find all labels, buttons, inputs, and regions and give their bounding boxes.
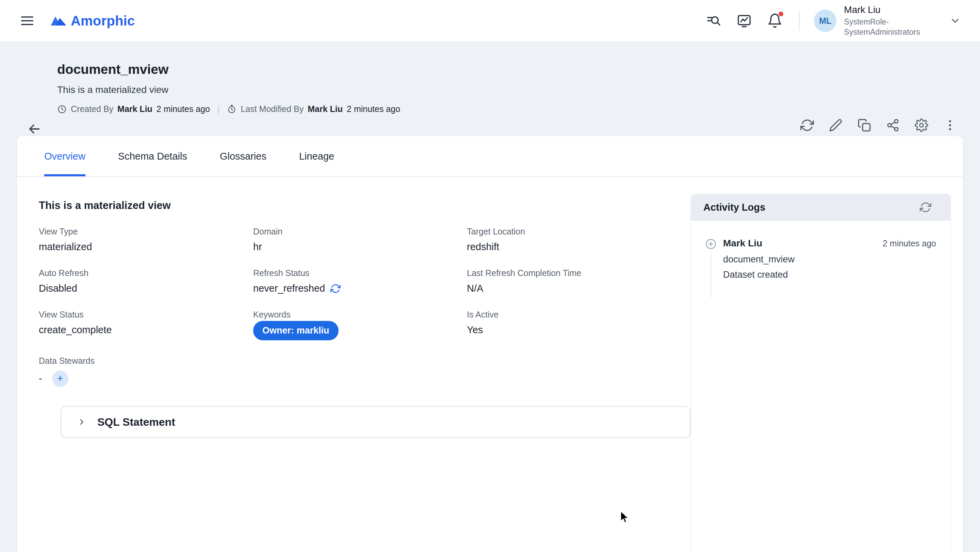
field-domain: Domain hr bbox=[253, 227, 467, 253]
top-navbar: Amorphic ML Mark Liu SystemRole- SystemA… bbox=[0, 0, 980, 41]
tab-schema-details[interactable]: Schema Details bbox=[118, 136, 187, 176]
logo-text: Amorphic bbox=[71, 13, 135, 29]
tab-overview[interactable]: Overview bbox=[44, 136, 86, 176]
settings-gear-icon[interactable] bbox=[915, 118, 928, 132]
keyword-pill: Owner: markliu bbox=[253, 321, 339, 340]
copy-icon[interactable] bbox=[858, 118, 871, 132]
sql-statement-label: SQL Statement bbox=[97, 416, 175, 428]
activity-logs-header: Activity Logs bbox=[691, 194, 950, 221]
field-is-active: Is Active Yes bbox=[467, 310, 669, 340]
field-target-location: Target Location redshift bbox=[467, 227, 669, 253]
activity-refresh-icon[interactable] bbox=[920, 202, 931, 213]
user-name: Mark Liu bbox=[844, 5, 920, 15]
app-root: Amorphic ML Mark Liu SystemRole- SystemA… bbox=[0, 0, 980, 129]
created-by-name: Mark Liu bbox=[118, 104, 153, 114]
field-view-status: View Status create_complete bbox=[39, 310, 253, 340]
activity-action: Dataset created bbox=[723, 270, 936, 280]
modified-by-label: Last Modified By bbox=[240, 104, 304, 114]
created-by-label: Created By bbox=[71, 104, 113, 114]
user-role: SystemRole- SystemAdministrators bbox=[844, 17, 920, 37]
timeline-line bbox=[711, 254, 711, 298]
dataset-description: This is a materialized view bbox=[39, 199, 687, 212]
navbar-divider bbox=[799, 11, 800, 31]
meta-separator: | bbox=[218, 104, 220, 114]
activity-time: 2 minutes ago bbox=[883, 239, 936, 248]
refresh-icon[interactable] bbox=[800, 118, 814, 132]
activity-object: document_mview bbox=[723, 254, 936, 265]
field-data-stewards: Data Stewards - + bbox=[39, 356, 669, 386]
add-steward-button[interactable]: + bbox=[52, 371, 68, 386]
refresh-status-icon[interactable] bbox=[331, 283, 340, 294]
field-grid: View Type materialized Domain hr Target … bbox=[39, 227, 687, 386]
created-by-time: 2 minutes ago bbox=[156, 104, 210, 114]
kebab-menu-icon[interactable] bbox=[943, 118, 957, 132]
back-arrow-icon[interactable] bbox=[27, 121, 42, 137]
modified-by-time: 2 minutes ago bbox=[347, 104, 400, 114]
edit-pencil-icon[interactable] bbox=[829, 118, 843, 132]
user-text: Mark Liu SystemRole- SystemAdministrator… bbox=[844, 5, 920, 37]
tab-glossaries[interactable]: Glossaries bbox=[220, 136, 266, 176]
page-subtitle: This is a materialized view bbox=[57, 84, 949, 95]
amorphic-logo[interactable]: Amorphic bbox=[50, 13, 135, 29]
header-actions bbox=[800, 118, 957, 132]
page-title: document_mview bbox=[57, 62, 949, 77]
avatar: ML bbox=[814, 10, 837, 32]
field-last-refresh-completion: Last Refresh Completion Time N/A bbox=[467, 268, 669, 294]
field-view-type: View Type materialized bbox=[39, 227, 253, 253]
stopwatch-icon bbox=[227, 105, 237, 114]
metrics-monitor-icon[interactable] bbox=[737, 13, 752, 29]
plus-circle-icon bbox=[705, 238, 717, 250]
logo-mark-icon bbox=[50, 14, 67, 27]
overview-content: This is a materialized view View Type ma… bbox=[17, 177, 963, 552]
menu-icon[interactable] bbox=[20, 13, 35, 28]
activity-timeline bbox=[702, 238, 720, 298]
tab-bar: Overview Schema Details Glossaries Linea… bbox=[17, 136, 963, 177]
activity-logs-panel: Activity Logs Mark Liu bbox=[690, 194, 951, 552]
activity-log-entry: Mark Liu 2 minutes ago document_mview Da… bbox=[691, 221, 950, 298]
field-auto-refresh: Auto Refresh Disabled bbox=[39, 268, 253, 294]
tab-lineage[interactable]: Lineage bbox=[299, 136, 334, 176]
activity-logs-title: Activity Logs bbox=[703, 202, 765, 213]
meta-row: Created By Mark Liu 2 minutes ago | Last… bbox=[57, 104, 949, 114]
share-icon[interactable] bbox=[886, 118, 900, 132]
clock-icon bbox=[57, 105, 67, 114]
user-menu[interactable]: ML Mark Liu SystemRole- SystemAdministra… bbox=[814, 5, 961, 37]
page-header: document_mview This is a materialized vi… bbox=[0, 41, 980, 129]
chevron-down-icon[interactable] bbox=[950, 15, 961, 27]
advanced-search-icon[interactable] bbox=[706, 13, 721, 29]
chevron-right-icon bbox=[77, 417, 86, 427]
overview-left-pane: This is a materialized view View Type ma… bbox=[17, 177, 687, 438]
field-refresh-status: Refresh Status never_refreshed bbox=[253, 268, 467, 294]
notifications-bell-icon[interactable] bbox=[767, 13, 783, 29]
activity-user: Mark Liu bbox=[723, 238, 762, 249]
sql-statement-panel[interactable]: SQL Statement bbox=[60, 406, 690, 438]
field-keywords: Keywords Owner: markliu bbox=[253, 310, 467, 340]
modified-by-name: Mark Liu bbox=[308, 104, 343, 114]
dataset-detail-card: Overview Schema Details Glossaries Linea… bbox=[17, 136, 963, 552]
